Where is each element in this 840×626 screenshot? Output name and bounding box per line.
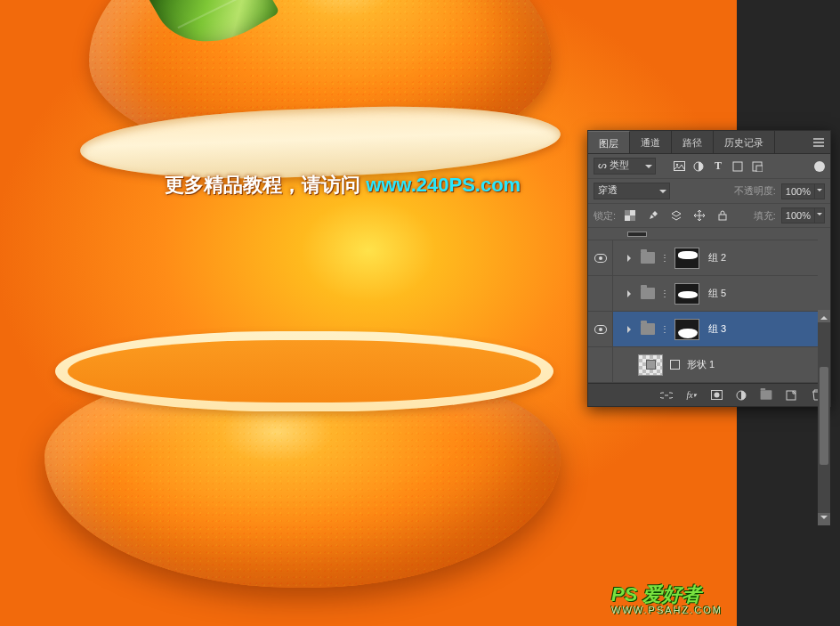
lock-brush-icon[interactable] <box>646 208 660 223</box>
svg-point-1 <box>675 164 677 166</box>
layer-name[interactable]: 组 3 <box>708 322 726 336</box>
fill-value: 100% <box>782 210 814 221</box>
layer-row-group-3[interactable]: ⋮ 组 3 <box>588 312 818 347</box>
site-logo: PS 爱好者 WWW.PSAHZ.COM <box>611 581 723 615</box>
lock-label: 锁定: <box>594 209 616 223</box>
visibility-toggle[interactable] <box>588 312 613 346</box>
eye-icon <box>594 325 607 334</box>
layer-thumb-mini <box>627 232 647 237</box>
watermark-prefix: 更多精品教程，请访问 <box>165 174 366 196</box>
mask-link-icon[interactable]: ⋮ <box>660 253 669 263</box>
scroll-up-icon[interactable] <box>818 310 830 322</box>
shape-layer-thumb[interactable] <box>638 354 663 376</box>
mask-icon[interactable] <box>709 389 723 402</box>
orange-bottom-rim <box>55 331 553 411</box>
layer-row-group-2[interactable]: ⋮ 组 2 <box>588 240 818 276</box>
adjustment-new-icon[interactable] <box>734 389 748 402</box>
layer-name[interactable]: 组 2 <box>708 251 726 264</box>
tab-layers[interactable]: 图层 <box>588 131 630 153</box>
new-layer-icon[interactable] <box>784 389 798 402</box>
image-icon[interactable] <box>672 159 686 174</box>
smartobject-icon[interactable] <box>750 159 764 174</box>
adjustment-icon[interactable] <box>691 159 706 174</box>
tab-channels[interactable]: 通道 <box>630 131 672 153</box>
lock-all-icon[interactable] <box>715 208 730 223</box>
disclosure-icon[interactable] <box>627 325 635 333</box>
svg-rect-7 <box>625 210 630 215</box>
lock-fill-row: 锁定: 填充: 100% <box>588 204 830 228</box>
folder-icon <box>641 252 655 264</box>
eye-icon <box>594 254 607 263</box>
group-new-icon[interactable] <box>759 389 773 402</box>
svg-rect-9 <box>719 215 726 220</box>
lock-artboard-icon[interactable] <box>669 208 683 223</box>
layer-row-group-5[interactable]: ⋮ 组 5 <box>588 276 818 312</box>
fx-icon[interactable]: fx▾ <box>684 389 699 402</box>
shape-icon[interactable] <box>731 159 745 174</box>
opacity-field[interactable]: 100% <box>781 183 825 199</box>
visibility-toggle[interactable] <box>588 240 613 275</box>
collapsed-layer-hint <box>588 228 818 240</box>
svg-rect-0 <box>674 162 684 171</box>
lock-transparency-icon[interactable] <box>623 208 637 223</box>
layers-panel-footer: fx▾ <box>588 383 830 406</box>
site-logo-sub: WWW.PSAHZ.COM <box>611 605 723 615</box>
layers-list: ⋮ 组 2 ⋮ 组 5 <box>588 228 830 383</box>
layer-name[interactable]: 形状 1 <box>687 358 715 371</box>
chevron-down-icon[interactable] <box>814 208 824 223</box>
layers-panel: 图层 通道 路径 历史记录 ᔕ 类型 T 穿透 不透明度: 100% 锁定 <box>587 130 831 407</box>
svg-rect-3 <box>733 162 742 171</box>
opacity-label: 不透明度: <box>734 184 776 198</box>
layer-mask-thumb[interactable] <box>674 319 699 340</box>
layer-mask-thumb[interactable] <box>674 283 699 305</box>
fill-label: 填充: <box>754 209 776 223</box>
disclosure-icon[interactable] <box>627 289 635 297</box>
site-logo-main: PS 爱好者 <box>611 583 701 606</box>
svg-rect-5 <box>756 166 763 172</box>
watermark-text: 更多精品教程，请访问 www.240PS.com <box>165 172 521 199</box>
filter-type-select[interactable]: ᔕ 类型 <box>594 158 656 175</box>
layers-scrollbar[interactable] <box>818 310 830 525</box>
disclosure-icon[interactable] <box>627 254 635 262</box>
vector-shape-icon <box>670 360 680 370</box>
tab-history[interactable]: 历史记录 <box>714 131 775 153</box>
scroll-down-icon[interactable] <box>818 513 830 525</box>
layer-name[interactable]: 组 5 <box>708 287 726 300</box>
panel-tab-bar: 图层 通道 路径 历史记录 <box>588 131 830 154</box>
folder-icon <box>641 323 655 335</box>
watermark-link: www.240PS.com <box>366 174 521 196</box>
type-icon[interactable]: T <box>711 159 725 174</box>
blend-mode-select[interactable]: 穿透 <box>594 183 670 199</box>
scroll-thumb[interactable] <box>820 367 828 465</box>
layer-row-shape-1[interactable]: 形状 1 <box>588 347 818 383</box>
svg-rect-8 <box>630 215 635 221</box>
mask-link-icon[interactable]: ⋮ <box>660 324 669 334</box>
chevron-down-icon[interactable] <box>814 184 824 199</box>
opacity-value: 100% <box>782 186 814 197</box>
layer-filter-row: ᔕ 类型 T <box>588 154 830 179</box>
lock-position-icon[interactable] <box>692 208 707 223</box>
panel-menu-icon[interactable] <box>807 131 830 153</box>
link-layers-icon[interactable] <box>659 389 674 402</box>
filter-toggle-switch[interactable] <box>814 161 825 172</box>
svg-point-11 <box>714 393 719 398</box>
tab-paths[interactable]: 路径 <box>672 131 714 153</box>
folder-icon <box>641 288 655 299</box>
visibility-toggle[interactable] <box>588 276 613 311</box>
layer-mask-thumb[interactable] <box>674 248 699 269</box>
mask-link-icon[interactable]: ⋮ <box>660 289 669 298</box>
visibility-toggle[interactable] <box>588 347 613 382</box>
fill-field[interactable]: 100% <box>781 207 825 224</box>
blend-opacity-row: 穿透 不透明度: 100% <box>588 179 830 204</box>
